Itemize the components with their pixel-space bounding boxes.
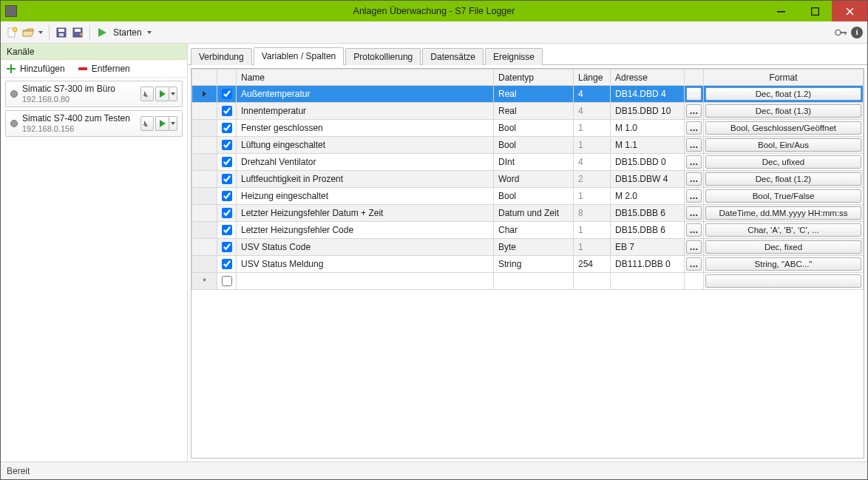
format-button[interactable]: Bool, Geschlossen/Geöffnet bbox=[705, 121, 861, 135]
channel-refresh-button[interactable] bbox=[140, 116, 154, 131]
table-row[interactable]: Drehzahl VentilatorDInt4DB15.DBD 0…Dec, … bbox=[192, 154, 864, 171]
address-browse-button[interactable]: … bbox=[686, 87, 702, 101]
tab-ereignisse[interactable]: Ereignisse bbox=[485, 48, 543, 65]
format-button[interactable]: String, "ABC..." bbox=[705, 257, 861, 271]
channel-play-dropdown[interactable] bbox=[169, 87, 177, 101]
col-adresse[interactable]: Adresse bbox=[611, 70, 685, 86]
col-laenge[interactable]: Länge bbox=[574, 70, 611, 86]
cell-length[interactable]: 254 bbox=[574, 256, 611, 273]
open-dropdown[interactable] bbox=[38, 31, 44, 34]
format-button[interactable]: Dec, ufixed bbox=[705, 155, 861, 169]
tab-variablen-spalten[interactable]: Variablen / Spalten bbox=[254, 47, 345, 65]
table-row[interactable]: USV Status CodeByte1EB 7…Dec, fixed bbox=[192, 239, 864, 256]
table-row[interactable]: Letzter Heizungsfehler CodeChar1DB15.DBB… bbox=[192, 222, 864, 239]
format-button[interactable]: DateTime, dd.MM.yyyy HH:mm:ss bbox=[705, 206, 861, 220]
address-browse-button[interactable]: … bbox=[686, 223, 702, 237]
cell-name[interactable]: Letzter Heizungsfehler Datum + Zeit bbox=[237, 205, 494, 222]
remove-channel-button[interactable]: Entfernen bbox=[92, 64, 130, 74]
table-row[interactable]: Luftfeuchtigkeit in ProzentWord2DB15.DBW… bbox=[192, 171, 864, 188]
cell-address[interactable]: DB15.DBD 10 bbox=[611, 103, 685, 120]
format-button[interactable]: Dec, fixed bbox=[705, 240, 861, 254]
cell-length[interactable]: 8 bbox=[574, 205, 611, 222]
row-checkbox[interactable] bbox=[222, 174, 232, 184]
cell-type[interactable]: Word bbox=[494, 171, 574, 188]
cell-length[interactable]: 1 bbox=[574, 222, 611, 239]
cell-length[interactable]: 1 bbox=[574, 120, 611, 137]
cell-address[interactable]: DB15.DBB 6 bbox=[611, 205, 685, 222]
address-browse-button[interactable]: … bbox=[686, 240, 702, 254]
tab-protokollierung[interactable]: Protokollierung bbox=[345, 48, 421, 65]
cell-name[interactable]: Fenster geschlossen bbox=[237, 120, 494, 137]
cell-address[interactable]: DB15.DBB 6 bbox=[611, 222, 685, 239]
cell-type[interactable]: Char bbox=[494, 222, 574, 239]
table-row[interactable]: InnentemperaturReal4DB15.DBD 10…Dec, flo… bbox=[192, 103, 864, 120]
cell-type[interactable]: DInt bbox=[494, 154, 574, 171]
table-row[interactable]: Fenster geschlossenBool1M 1.0…Bool, Gesc… bbox=[192, 120, 864, 137]
row-checkbox[interactable] bbox=[222, 140, 232, 150]
cell-length[interactable]: 4 bbox=[574, 86, 611, 103]
address-browse-button[interactable]: … bbox=[686, 138, 702, 152]
cell-name[interactable]: Heizung eingeschaltet bbox=[237, 188, 494, 205]
cell-name[interactable]: Außentemperatur bbox=[237, 86, 494, 103]
row-checkbox[interactable] bbox=[222, 157, 232, 167]
col-name[interactable]: Name bbox=[237, 70, 494, 86]
cell-name[interactable]: USV Status Meldung bbox=[237, 256, 494, 273]
cell-type[interactable]: Bool bbox=[494, 120, 574, 137]
cell-name[interactable]: Innentemperatur bbox=[237, 103, 494, 120]
format-button[interactable]: Bool, Ein/Aus bbox=[705, 138, 861, 152]
address-browse-button[interactable]: … bbox=[686, 121, 702, 135]
format-button[interactable]: Dec, float (1.2) bbox=[705, 172, 861, 186]
cell-length[interactable]: 1 bbox=[574, 137, 611, 154]
tab-verbindung[interactable]: Verbindung bbox=[191, 48, 252, 65]
save-button[interactable] bbox=[55, 26, 68, 39]
row-checkbox[interactable] bbox=[222, 242, 232, 252]
format-button[interactable]: . bbox=[705, 274, 861, 288]
cell-type[interactable]: Real bbox=[494, 103, 574, 120]
col-datentyp[interactable]: Datentyp bbox=[494, 70, 574, 86]
cell-name[interactable]: Letzter Heizungsfehler Code bbox=[237, 222, 494, 239]
table-row[interactable]: USV Status MeldungString254DB111.DBB 0…S… bbox=[192, 256, 864, 273]
format-button[interactable]: Char, 'A', 'B', 'C', ... bbox=[705, 223, 861, 237]
start-label[interactable]: Starten bbox=[112, 27, 143, 38]
save-as-button[interactable] bbox=[71, 26, 84, 39]
cell-length[interactable]: 4 bbox=[574, 103, 611, 120]
cell-address[interactable]: DB15.DBW 4 bbox=[611, 171, 685, 188]
cell-length[interactable]: 1 bbox=[574, 188, 611, 205]
table-row[interactable]: Letzter Heizungsfehler Datum + ZeitDatum… bbox=[192, 205, 864, 222]
row-checkbox[interactable] bbox=[222, 276, 232, 286]
row-checkbox[interactable] bbox=[222, 106, 232, 116]
cell-address[interactable]: M 2.0 bbox=[611, 188, 685, 205]
row-checkbox[interactable] bbox=[222, 259, 232, 269]
address-browse-button[interactable]: … bbox=[686, 206, 702, 220]
format-button[interactable]: Dec, float (1.3) bbox=[705, 104, 861, 118]
add-channel-button[interactable]: Hinzufügen bbox=[20, 64, 65, 74]
cell-type[interactable]: Bool bbox=[494, 188, 574, 205]
col-format[interactable]: Format bbox=[704, 70, 864, 86]
cell-name[interactable]: USV Status Code bbox=[237, 239, 494, 256]
maximize-button[interactable] bbox=[798, 1, 832, 21]
row-checkbox[interactable] bbox=[222, 191, 232, 201]
cell-address[interactable]: DB15.DBD 0 bbox=[611, 154, 685, 171]
channel-play-button[interactable] bbox=[155, 116, 169, 131]
info-icon[interactable]: i bbox=[851, 27, 863, 38]
row-checkbox[interactable] bbox=[222, 208, 232, 218]
address-browse-button[interactable]: … bbox=[686, 257, 702, 271]
row-checkbox[interactable] bbox=[222, 123, 232, 133]
channel-play-button[interactable] bbox=[155, 87, 169, 101]
start-button[interactable] bbox=[95, 26, 109, 39]
address-browse-button[interactable]: … bbox=[686, 155, 702, 169]
cell-length[interactable]: 4 bbox=[574, 154, 611, 171]
table-row[interactable]: Lüftung eingeschaltetBool1M 1.1…Bool, Ei… bbox=[192, 137, 864, 154]
address-browse-button[interactable]: … bbox=[686, 172, 702, 186]
cell-address[interactable]: M 1.0 bbox=[611, 120, 685, 137]
minimize-button[interactable] bbox=[764, 1, 798, 21]
cell-type[interactable]: Datum und Zeit bbox=[494, 205, 574, 222]
table-row[interactable]: Heizung eingeschaltetBool1M 2.0…Bool, Tr… bbox=[192, 188, 864, 205]
cell-length[interactable]: 1 bbox=[574, 239, 611, 256]
new-button[interactable] bbox=[5, 26, 18, 39]
format-button[interactable]: Bool, True/False bbox=[705, 189, 861, 203]
address-browse-button[interactable]: … bbox=[686, 104, 702, 118]
cell-length[interactable]: 2 bbox=[574, 171, 611, 188]
cell-name[interactable]: Lüftung eingeschaltet bbox=[237, 137, 494, 154]
channel-item[interactable]: Simatic S7-400 zum Testen192.168.0.156 bbox=[5, 110, 183, 137]
